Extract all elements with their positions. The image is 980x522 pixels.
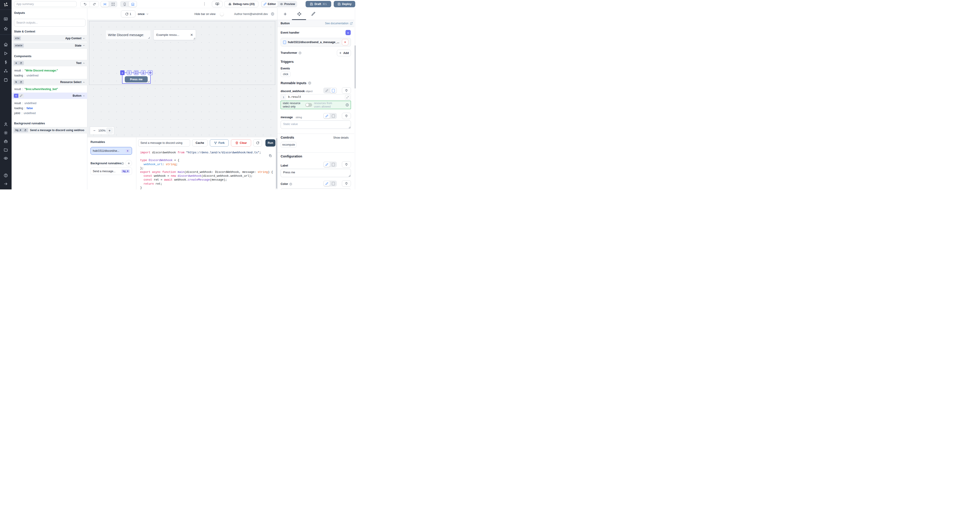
user-icon[interactable] bbox=[0, 122, 11, 126]
info-icon[interactable] bbox=[345, 103, 349, 107]
component-row-b[interactable]: b Resource Select bbox=[11, 79, 88, 85]
home-icon[interactable] bbox=[0, 43, 11, 47]
workers-icon[interactable] bbox=[0, 139, 11, 143]
expand-editor-icon[interactable] bbox=[345, 95, 350, 100]
background-runnable-row[interactable]: bg_0 Send a message to discord using web… bbox=[11, 127, 88, 134]
canvas-resource-select-component[interactable]: Example resou... ✕ bbox=[153, 30, 196, 40]
static-mode-pencil-icon[interactable] bbox=[324, 181, 330, 186]
refresh-code-button[interactable] bbox=[253, 139, 262, 146]
press-me-button[interactable]: Press me bbox=[125, 76, 148, 82]
runnable-picker[interactable]: hub/1511/discord/send_a_message_... ✕ bbox=[281, 38, 351, 46]
info-icon[interactable] bbox=[289, 183, 292, 186]
refresh-mode-dropdown[interactable]: once bbox=[138, 12, 149, 16]
schedules-icon[interactable] bbox=[0, 78, 11, 82]
copy-code-icon[interactable] bbox=[269, 154, 272, 158]
connect-plug-icon[interactable] bbox=[342, 161, 351, 168]
windmill-logo-icon[interactable] bbox=[0, 2, 11, 7]
runnable-name-input[interactable] bbox=[138, 139, 190, 146]
app-summary-input[interactable] bbox=[14, 1, 77, 7]
runnable-item-selected[interactable]: hub/1511/discord/se... c bbox=[91, 147, 132, 155]
debug-runs-button[interactable]: Debug runs (23) bbox=[224, 1, 258, 7]
static-mode-pencil-icon[interactable] bbox=[324, 113, 330, 118]
label-value-input[interactable]: Press me bbox=[281, 169, 351, 177]
fullscreen-button[interactable] bbox=[109, 2, 117, 7]
tab-insert-plus-icon[interactable] bbox=[283, 12, 287, 16]
info-icon[interactable] bbox=[121, 162, 124, 165]
expand-icon[interactable] bbox=[134, 70, 138, 75]
static-mode-pencil-icon[interactable] bbox=[324, 88, 330, 93]
resource-mode-toggle[interactable] bbox=[305, 103, 312, 107]
zoom-out-button[interactable]: − bbox=[91, 127, 98, 134]
resize-handle[interactable] bbox=[349, 175, 350, 177]
remove-runnable-x-button[interactable]: ✕ bbox=[342, 39, 348, 45]
tab-preview[interactable]: Preview bbox=[278, 2, 297, 7]
color-value-input[interactable] bbox=[281, 188, 351, 189]
eval-mode-function-icon[interactable] bbox=[330, 88, 336, 93]
fork-button[interactable]: Fork bbox=[210, 139, 229, 146]
redo-button[interactable] bbox=[90, 2, 99, 7]
state-row[interactable]: state State bbox=[11, 43, 88, 49]
show-details-link[interactable]: Show details bbox=[333, 136, 349, 139]
resources-icon[interactable] bbox=[0, 69, 11, 73]
component-row-c-selected[interactable]: c Button bbox=[11, 92, 88, 99]
help-icon[interactable] bbox=[0, 173, 11, 178]
move-down-icon[interactable] bbox=[127, 70, 132, 75]
info-icon[interactable] bbox=[308, 81, 311, 84]
pencil-icon[interactable] bbox=[18, 94, 24, 98]
clear-button[interactable]: Clear bbox=[231, 139, 251, 146]
connect-plug-icon[interactable] bbox=[342, 88, 351, 94]
zoom-in-button[interactable]: + bbox=[106, 127, 113, 134]
resize-handle[interactable] bbox=[194, 38, 195, 39]
chevron-up-icon[interactable] bbox=[83, 81, 85, 83]
search-outputs-input[interactable] bbox=[14, 19, 86, 27]
tab-component-settings-icon[interactable] bbox=[297, 12, 301, 16]
resize-handle[interactable] bbox=[148, 37, 150, 38]
center-width-button[interactable] bbox=[101, 2, 109, 7]
kebab-menu-icon[interactable]: ⋮ bbox=[203, 2, 206, 6]
favorites-star-icon[interactable] bbox=[0, 27, 11, 31]
deploy-button[interactable]: Deploy bbox=[334, 1, 355, 7]
info-icon[interactable] bbox=[299, 51, 301, 54]
documentation-book-button[interactable] bbox=[212, 1, 223, 7]
mobile-view-button[interactable] bbox=[121, 2, 129, 7]
add-background-runnable-button[interactable] bbox=[126, 160, 132, 167]
chevron-up-icon[interactable] bbox=[83, 95, 85, 97]
audit-eye-icon[interactable] bbox=[0, 156, 11, 161]
recompute-chip[interactable]: recompute bbox=[281, 142, 296, 148]
undo-button[interactable] bbox=[81, 2, 90, 7]
variables-icon[interactable] bbox=[0, 60, 11, 64]
resize-handle[interactable] bbox=[148, 81, 149, 82]
anchor-icon[interactable] bbox=[141, 70, 146, 75]
background-runnable-item[interactable]: Send a message... bg_0 bbox=[91, 167, 132, 175]
see-documentation-link[interactable]: See documentation bbox=[325, 22, 353, 25]
settings-gear-icon[interactable] bbox=[0, 130, 11, 135]
component-row-a[interactable]: a Text bbox=[11, 60, 88, 66]
canvas-text-component[interactable]: Write Discord message: bbox=[106, 30, 150, 39]
chevron-down-icon[interactable] bbox=[83, 44, 85, 47]
runs-icon[interactable] bbox=[0, 51, 11, 56]
move-icon[interactable] bbox=[148, 70, 153, 75]
connect-plug-icon[interactable] bbox=[342, 180, 351, 187]
draft-button[interactable]: Draft ⌘S bbox=[305, 1, 331, 7]
tab-editor[interactable]: Editor bbox=[262, 2, 278, 7]
inspector-scrollbar[interactable] bbox=[354, 8, 356, 189]
folders-icon[interactable] bbox=[0, 148, 11, 152]
app-canvas[interactable]: Write Discord message: Example resou... … bbox=[88, 20, 277, 137]
cache-button[interactable]: Cache bbox=[192, 139, 208, 146]
add-transformer-button[interactable]: Add bbox=[337, 50, 351, 56]
connect-plug-icon[interactable] bbox=[342, 113, 351, 119]
eval-mode-function-icon[interactable] bbox=[330, 162, 336, 167]
expr-editor[interactable]: 1 b.result bbox=[281, 94, 351, 100]
apps-icon[interactable] bbox=[0, 17, 11, 21]
message-static-value-input[interactable] bbox=[281, 121, 351, 129]
eval-mode-function-icon[interactable] bbox=[330, 181, 336, 186]
desktop-view-button[interactable] bbox=[129, 2, 137, 7]
code-editor[interactable]: import discordwebhook from "https://deno… bbox=[136, 148, 275, 189]
resize-handle[interactable] bbox=[349, 127, 350, 128]
chevron-down-icon[interactable] bbox=[83, 37, 85, 40]
run-button[interactable]: Run bbox=[266, 139, 275, 146]
refresh-count-button[interactable]: 1 bbox=[121, 10, 135, 18]
code-scrollbar[interactable] bbox=[275, 137, 277, 189]
expand-sidebar-arrow-icon[interactable] bbox=[0, 182, 11, 186]
static-mode-pencil-icon[interactable] bbox=[324, 162, 330, 167]
